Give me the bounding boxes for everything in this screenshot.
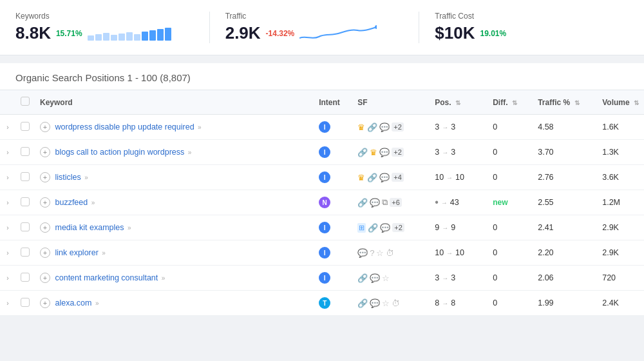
expand-cell[interactable]: › bbox=[0, 115, 15, 140]
volume-value: 2.9K bbox=[602, 248, 619, 257]
chat-icon: 💬 bbox=[379, 122, 390, 132]
add-keyword-icon[interactable]: + bbox=[40, 248, 50, 258]
add-keyword-icon[interactable]: + bbox=[40, 172, 50, 182]
sf-cell: 🔗💬☆ bbox=[352, 266, 430, 291]
row-checkbox[interactable] bbox=[21, 298, 30, 307]
traffic-value: 2.55 bbox=[538, 198, 553, 207]
expand-icon[interactable]: › bbox=[6, 249, 8, 257]
intent-cell: N bbox=[314, 190, 352, 215]
intent-badge: I bbox=[319, 247, 330, 259]
checkbox-cell[interactable] bbox=[15, 165, 35, 190]
expand-cell[interactable]: › bbox=[0, 291, 15, 316]
row-checkbox[interactable] bbox=[21, 197, 30, 206]
keyword-link[interactable]: media kit examples bbox=[55, 223, 124, 232]
pos-arrow-icon: → bbox=[441, 199, 448, 206]
pos-cell: 3 → 3 bbox=[430, 266, 488, 291]
keywords-value: 8.8K bbox=[15, 23, 51, 43]
intent-cell: I bbox=[314, 215, 352, 240]
keyword-link[interactable]: blogs call to action plugin wordpress bbox=[55, 148, 184, 157]
diff-cell: 0 bbox=[488, 115, 533, 140]
expand-cell[interactable]: › bbox=[0, 240, 15, 266]
row-checkbox[interactable] bbox=[21, 122, 30, 131]
expand-icon[interactable]: › bbox=[6, 275, 8, 282]
traffic-sparkline bbox=[299, 24, 377, 43]
checkbox-cell[interactable] bbox=[15, 115, 35, 140]
keyword-chevron-icon: » bbox=[188, 149, 192, 156]
expand-cell[interactable]: › bbox=[0, 165, 15, 190]
diff-sort-icon[interactable]: ⇅ bbox=[512, 99, 517, 106]
link-icon: 🔗 bbox=[368, 223, 378, 233]
intent-cell: I bbox=[314, 140, 352, 165]
add-keyword-icon[interactable]: + bbox=[40, 197, 50, 208]
diff-value: 0 bbox=[493, 148, 497, 157]
sf-icons-group: ⊞🔗💬+2 bbox=[357, 223, 424, 233]
checkbox-cell[interactable] bbox=[15, 266, 35, 291]
traffic-sort-icon[interactable]: ⇅ bbox=[574, 99, 580, 106]
sf-count: +4 bbox=[392, 173, 404, 182]
keyword-link[interactable]: wordpress disable php update required bbox=[55, 122, 194, 132]
add-keyword-icon[interactable]: + bbox=[40, 122, 50, 132]
pos-sort-icon[interactable]: ⇅ bbox=[455, 99, 460, 106]
add-keyword-icon[interactable]: + bbox=[40, 147, 50, 157]
diff-value: 0 bbox=[493, 173, 497, 182]
volume-cell: 2.9K bbox=[597, 240, 644, 266]
pos-from: 8 bbox=[435, 298, 439, 307]
checkbox-cell[interactable] bbox=[15, 215, 35, 240]
keyword-cell: + buzzfeed » bbox=[35, 190, 314, 215]
header-checkbox[interactable] bbox=[21, 97, 30, 106]
expand-icon[interactable]: › bbox=[6, 124, 8, 131]
pos-to: 3 bbox=[451, 273, 455, 282]
col-pos: Pos. ⇅ bbox=[430, 90, 488, 115]
diff-cell: 0 bbox=[488, 140, 533, 165]
pos-cell: 3 → 3 bbox=[430, 140, 488, 165]
traffic-change: -14.32% bbox=[266, 29, 295, 38]
chat-icon: 💬 bbox=[370, 273, 380, 283]
keyword-link[interactable]: content marketing consultant bbox=[55, 273, 158, 282]
add-keyword-icon[interactable]: + bbox=[40, 298, 50, 308]
new-badge: new bbox=[493, 198, 507, 207]
diff-cell: 0 bbox=[488, 291, 533, 316]
expand-icon[interactable]: › bbox=[6, 174, 8, 181]
add-keyword-icon[interactable]: + bbox=[40, 222, 50, 233]
crown-icon: ♛ bbox=[370, 148, 377, 157]
traffic-cell: 2.20 bbox=[533, 240, 597, 266]
row-checkbox[interactable] bbox=[21, 172, 30, 181]
pos-cell: • → 43 bbox=[430, 190, 488, 215]
keyword-cell: + media kit examples » bbox=[35, 215, 314, 240]
keywords-metric: Keywords 8.8K 15.71% bbox=[15, 12, 210, 43]
checkbox-cell[interactable] bbox=[15, 291, 35, 316]
expand-icon[interactable]: › bbox=[6, 224, 8, 231]
expand-icon[interactable]: › bbox=[6, 149, 8, 156]
checkbox-cell[interactable] bbox=[15, 190, 35, 215]
keyword-link[interactable]: alexa.com bbox=[55, 298, 91, 307]
table-row: › + media kit examples » I ⊞🔗💬+2 9 → 9 0 bbox=[0, 215, 644, 240]
expand-cell[interactable]: › bbox=[0, 140, 15, 165]
row-checkbox[interactable] bbox=[21, 273, 30, 282]
volume-cell: 2.9K bbox=[597, 215, 644, 240]
expand-cell[interactable]: › bbox=[0, 266, 15, 291]
volume-value: 1.3K bbox=[602, 148, 619, 157]
keyword-link[interactable]: link explorer bbox=[55, 248, 98, 257]
keyword-link[interactable]: listicles bbox=[55, 173, 80, 182]
keyword-cell: + listicles » bbox=[35, 165, 314, 190]
expand-cell[interactable]: › bbox=[0, 190, 15, 215]
expand-cell[interactable]: › bbox=[0, 215, 15, 240]
sf-count: +6 bbox=[390, 198, 402, 207]
checkbox-cell[interactable] bbox=[15, 140, 35, 165]
add-keyword-icon[interactable]: + bbox=[40, 273, 50, 283]
intent-cell: I bbox=[314, 165, 352, 190]
expand-icon[interactable]: › bbox=[6, 199, 8, 206]
volume-cell: 1.3K bbox=[597, 140, 644, 165]
row-checkbox[interactable] bbox=[21, 222, 30, 231]
volume-value: 1.2M bbox=[602, 198, 620, 207]
checkbox-cell[interactable] bbox=[15, 240, 35, 266]
row-checkbox[interactable] bbox=[21, 147, 30, 156]
pos-cell: 9 → 9 bbox=[430, 215, 488, 240]
intent-badge: I bbox=[319, 222, 330, 233]
expand-icon[interactable]: › bbox=[6, 300, 8, 307]
keyword-link[interactable]: buzzfeed bbox=[55, 198, 88, 207]
keyword-cell: + alexa.com » bbox=[35, 291, 314, 316]
sf-cell: ♛🔗💬+4 bbox=[352, 165, 430, 190]
volume-sort-icon[interactable]: ⇅ bbox=[634, 99, 639, 106]
row-checkbox[interactable] bbox=[21, 248, 30, 257]
